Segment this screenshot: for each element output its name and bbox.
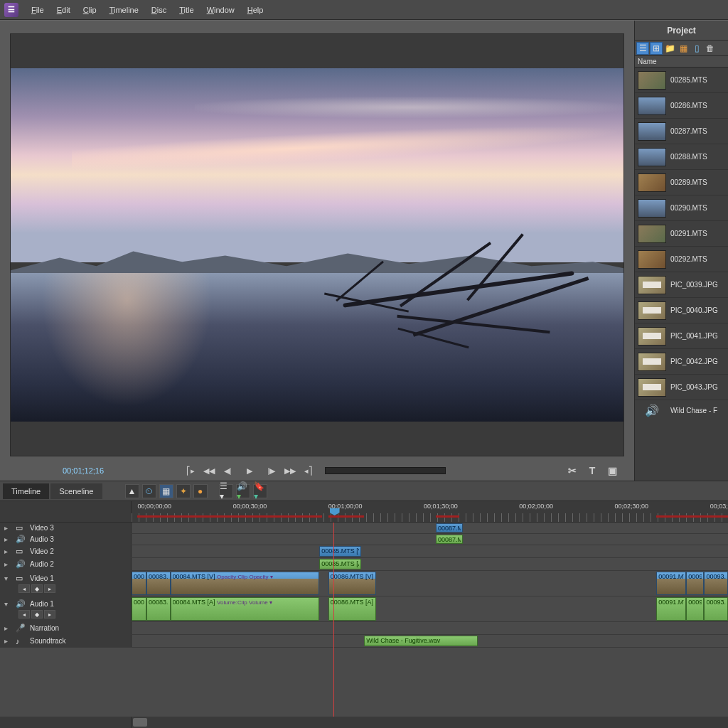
clip-video[interactable]: 00084.MTS [V] Opacity:Clip Opacity ▾	[171, 572, 320, 595]
grid-view-button[interactable]: ⊞	[650, 42, 663, 55]
track-head-soundtrack[interactable]: ▸♪Soundtrack	[0, 635, 132, 647]
asset-row[interactable]: 00286.MTS	[635, 93, 728, 119]
track-head-video3[interactable]: ▸▭Video 3	[0, 523, 132, 533]
track-lane[interactable]: 000 00083. 00084.MTS [A] Volume:Clip Vol…	[132, 596, 728, 621]
tab-timeline[interactable]: Timeline	[3, 483, 49, 499]
play-button[interactable]: ▶	[238, 464, 261, 477]
track-lane[interactable]: 000 00083. 00084.MTS [V] Opacity:Clip Op…	[132, 571, 728, 596]
clip-audio[interactable]: 00091.MTS [A]	[656, 597, 686, 621]
clip-audio[interactable]: 000	[132, 597, 146, 621]
clip-video[interactable]: 000	[132, 572, 146, 595]
track-lane[interactable]	[132, 622, 728, 634]
menu-edit[interactable]: Edit	[51, 4, 76, 16]
properties-tool[interactable]: ▦	[159, 484, 173, 498]
menu-disc[interactable]: Disc	[146, 4, 172, 16]
fast-fwd-button[interactable]: ▶▶	[282, 464, 298, 477]
clip-audio[interactable]: 00083.	[146, 597, 171, 621]
menu-clip[interactable]: Clip	[77, 4, 102, 16]
asset-row[interactable]: 00289.MTS	[635, 170, 728, 196]
monitor-pane: 00;01;12;16 ⎡▸ ◀◀ ◀| ▶ |▶ ▶▶ ◂⎤ ✂ T ▣	[0, 21, 634, 481]
asset-row[interactable]: 00288.MTS	[635, 144, 728, 170]
zoom-tool[interactable]: ☰ ▾	[219, 484, 233, 498]
clip-video[interactable]: 00087.M	[436, 523, 463, 532]
horizontal-scrollbar[interactable]	[132, 717, 728, 728]
time-ruler[interactable]: 00;00;00;00 00;00;30;00 00;01;00;00 00;0…	[132, 501, 728, 522]
clip-audio[interactable]: 00092.	[686, 597, 704, 621]
audio-tool[interactable]: 🔊 ▾	[236, 484, 250, 498]
next-keyframe-button[interactable]: ▸	[44, 584, 55, 593]
asset-list[interactable]: 00285.MTS 00286.MTS 00287.MTS 00288.MTS …	[635, 68, 728, 481]
clip-video[interactable]: 00093.MTS [V]	[704, 572, 728, 595]
step-fwd-button[interactable]: |▶	[264, 464, 279, 477]
asset-row[interactable]: 00290.MTS	[635, 196, 728, 221]
out-point-button[interactable]: ◂⎤	[301, 464, 316, 477]
preview-monitor[interactable]	[10, 33, 624, 456]
clip-audio[interactable]: 00093.MTS [A]	[704, 597, 728, 621]
track-lane[interactable]: 00087.M	[132, 523, 728, 533]
asset-row[interactable]: 00292.MTS	[635, 247, 728, 272]
menu-help[interactable]: Help	[242, 4, 269, 16]
track-lane[interactable]: 00085.MTS [V	[132, 545, 728, 557]
snap-tool[interactable]: 🔖 ▾	[253, 484, 267, 498]
asset-row[interactable]: 00291.MTS	[635, 221, 728, 247]
rewind-button[interactable]: ◀◀	[201, 464, 217, 477]
time-stretch-tool[interactable]: ⏲	[142, 484, 156, 498]
asset-row[interactable]: 00287.MTS	[635, 119, 728, 144]
scrollbar-thumb[interactable]	[133, 718, 147, 727]
asset-row[interactable]: PIC_0039.JPG	[635, 272, 728, 298]
clip-soundtrack[interactable]: Wild Chase - Fugitive.wav	[364, 636, 477, 646]
new-item-button[interactable]: ▦	[677, 42, 690, 55]
asset-row[interactable]: 00285.MTS	[635, 68, 728, 93]
clip-video[interactable]: 00092.	[686, 572, 704, 595]
asset-row[interactable]: PIC_0040.JPG	[635, 298, 728, 323]
selection-tool[interactable]: ▲	[125, 484, 139, 498]
list-view-button[interactable]: ☰	[636, 42, 649, 55]
split-clip-button[interactable]: ✂	[564, 464, 580, 477]
tab-sceneline[interactable]: Sceneline	[50, 483, 102, 499]
menu-window[interactable]: Window	[201, 4, 240, 16]
marker-tool[interactable]: ●	[193, 484, 208, 498]
clip-video[interactable]: 00091.MTS [	[656, 572, 686, 595]
new-bin-button[interactable]: ▯	[690, 42, 703, 55]
track-head-narration[interactable]: ▸🎤Narration	[0, 622, 132, 634]
new-folder-button[interactable]: 📁	[663, 42, 676, 55]
delete-button[interactable]: 🗑	[704, 42, 717, 55]
add-keyframe-button[interactable]: ◆	[31, 584, 43, 593]
menu-file[interactable]: File	[26, 4, 50, 16]
track-head-video2[interactable]: ▸▭Video 2	[0, 545, 132, 557]
prev-keyframe-button[interactable]: ◂	[18, 584, 30, 593]
smart-trim-tool[interactable]: ✦	[176, 484, 191, 498]
track-head-audio3[interactable]: ▸🔊Audio 3	[0, 534, 132, 545]
menu-title[interactable]: Title	[173, 4, 199, 16]
clip-video[interactable]: 00083.	[146, 572, 171, 595]
freeze-frame-button[interactable]: ▣	[604, 464, 620, 477]
clip-video[interactable]: 00085.MTS [V	[319, 546, 361, 557]
shuttle-slider[interactable]	[325, 467, 446, 474]
track-head-audio2[interactable]: ▸🔊Audio 2	[0, 558, 132, 570]
project-tab[interactable]: Project	[635, 21, 728, 41]
prev-keyframe-button[interactable]: ◂	[18, 610, 30, 619]
track-lane[interactable]: Wild Chase - Fugitive.wav	[132, 635, 728, 647]
track-head-video1[interactable]: ▾▭Video 1 ◂◆▸	[0, 571, 132, 596]
add-text-button[interactable]: T	[584, 464, 600, 477]
next-keyframe-button[interactable]: ▸	[44, 610, 55, 619]
asset-row[interactable]: PIC_0042.JPG	[635, 349, 728, 375]
clip-video[interactable]: 00086.MTS [V]	[328, 572, 376, 595]
name-column-header[interactable]: Name	[635, 56, 728, 68]
clip-audio[interactable]: 00084.MTS [A] Volume:Clip Volume ▾	[171, 597, 320, 621]
track-lane[interactable]: 00087.M	[132, 534, 728, 545]
clip-audio[interactable]: 00085.MTS [A	[319, 559, 361, 569]
asset-row[interactable]: PIC_0043.JPG	[635, 375, 728, 400]
clip-audio[interactable]: 00087.M	[436, 535, 463, 544]
track-lane[interactable]: 00085.MTS [A	[132, 558, 728, 570]
asset-row-audio[interactable]: 🔊Wild Chase - F	[635, 400, 728, 420]
track-head-audio1[interactable]: ▾🔊Audio 1 ◂◆▸	[0, 596, 132, 621]
in-point-button[interactable]: ⎡▸	[183, 464, 198, 477]
step-back-button[interactable]: ◀|	[220, 464, 235, 477]
add-keyframe-button[interactable]: ◆	[31, 610, 43, 619]
menu-timeline[interactable]: Timeline	[104, 4, 144, 16]
asset-row[interactable]: PIC_0041.JPG	[635, 323, 728, 349]
render-bar	[436, 515, 460, 518]
playhead-line[interactable]	[333, 523, 334, 717]
clip-audio[interactable]: 00086.MTS [A]	[328, 597, 376, 621]
